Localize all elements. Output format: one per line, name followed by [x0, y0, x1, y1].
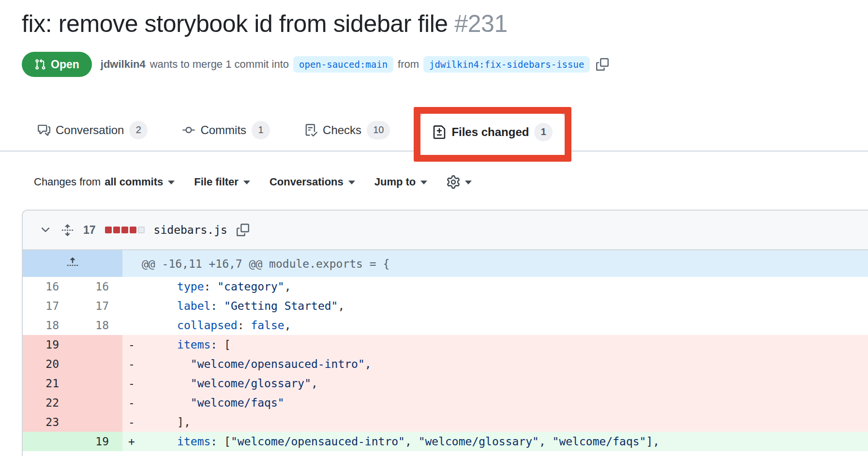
- diff-panel: 17 sidebars.js @@ -16,11 +16,7 @@ module…: [22, 210, 868, 456]
- head-branch-chip[interactable]: jdwilkin4:fix-sidebars-issue: [423, 56, 590, 73]
- conversations-dropdown[interactable]: Conversations: [269, 176, 355, 188]
- diff-marker: -: [122, 396, 137, 409]
- file-name[interactable]: sidebars.js: [154, 224, 227, 236]
- collapse-file-button[interactable]: [39, 224, 52, 236]
- old-line-number[interactable]: 19: [23, 335, 73, 354]
- diffstat-block-del: [113, 227, 120, 233]
- expand-all-button[interactable]: [61, 224, 74, 237]
- new-line-number[interactable]: 19: [73, 432, 122, 451]
- diff-toolbar: Changes from all commits File filter Con…: [34, 169, 472, 195]
- code-token: "Getting Started": [224, 300, 338, 312]
- code-token: ,: [338, 300, 344, 312]
- code-token: [137, 358, 191, 370]
- old-line-number[interactable]: 16: [23, 277, 73, 296]
- checklist-icon: [305, 124, 317, 137]
- old-line-number[interactable]: 17: [23, 296, 73, 316]
- caret-down-icon: [465, 181, 472, 184]
- code-line: - "welcome/opensauced-intro",: [122, 354, 868, 374]
- new-line-number[interactable]: 17: [73, 296, 122, 316]
- code-token: ,: [539, 435, 553, 448]
- pr-state-badge: Open: [22, 52, 92, 77]
- expand-hunk-cell[interactable]: [23, 250, 122, 277]
- tab-files-changed[interactable]: Files changed 1: [419, 113, 566, 154]
- diffstat-block-neutral: [138, 227, 145, 233]
- copy-icon: [237, 224, 249, 236]
- tab-conversation[interactable]: Conversation 2: [32, 121, 153, 139]
- code-line: - "welcome/faqs": [122, 393, 868, 412]
- old-line-number[interactable]: 22: [23, 393, 73, 412]
- new-line-number[interactable]: [73, 354, 122, 374]
- code-token: "welcome/glossary": [419, 435, 539, 448]
- old-line-number[interactable]: 23: [23, 412, 73, 432]
- code-token: "welcome/opensauced-intro": [231, 435, 405, 448]
- code-token: items: [177, 338, 210, 351]
- file-filter-label: File filter: [194, 176, 239, 188]
- code-token: ,: [311, 377, 318, 390]
- byline-from-text: from: [398, 58, 419, 71]
- author-link[interactable]: jdwilkin4: [101, 58, 146, 71]
- unfold-icon: [61, 224, 74, 237]
- code-line: type: "category",: [122, 277, 868, 296]
- diff-settings-dropdown[interactable]: [447, 175, 472, 189]
- diff-marker: -: [122, 416, 137, 428]
- code-token: items: [177, 435, 210, 448]
- jump-to-dropdown[interactable]: Jump to: [374, 176, 428, 188]
- copy-branch-button[interactable]: [596, 58, 609, 71]
- file-changes-count: 17: [83, 224, 96, 237]
- caret-down-icon: [348, 181, 355, 184]
- pr-title: fix: remove storybook id from sidebar fi…: [22, 10, 508, 38]
- new-line-number[interactable]: [73, 374, 122, 393]
- diff-marker: -: [122, 358, 137, 370]
- old-line-number[interactable]: [23, 432, 73, 451]
- old-line-number[interactable]: 20: [23, 354, 73, 374]
- code-token: type: [177, 280, 204, 293]
- tab-commits[interactable]: Commits 1: [177, 121, 276, 139]
- fold-up-icon: [66, 256, 79, 269]
- copy-icon: [596, 58, 609, 71]
- code-token: "welcome/faqs": [553, 435, 646, 448]
- code-token: ,: [365, 358, 372, 370]
- code-token: "welcome/opensauced-intro": [191, 358, 365, 370]
- pr-title-text: fix: remove storybook id from sidebar fi…: [22, 10, 448, 37]
- code-token: [137, 435, 177, 448]
- comment-discussion-icon: [38, 124, 50, 137]
- diffstat-block-del: [105, 227, 112, 233]
- tab-count-badge: 2: [129, 121, 148, 139]
- diff-line-del: 21- "welcome/glossary",: [23, 374, 868, 393]
- new-line-number[interactable]: [73, 335, 122, 354]
- new-line-number[interactable]: [73, 393, 122, 412]
- caret-down-icon: [420, 181, 427, 184]
- diff-marker: +: [122, 435, 137, 448]
- jump-to-label: Jump to: [374, 176, 416, 188]
- new-line-number[interactable]: 18: [73, 316, 122, 335]
- code-token: "welcome/glossary": [191, 377, 311, 390]
- old-line-number[interactable]: 21: [23, 374, 73, 393]
- tab-checks[interactable]: Checks 10: [299, 121, 396, 139]
- hunk-header-text: @@ -16,11 +16,7 @@ module.exports = {: [122, 250, 868, 277]
- diff-hunk-row: @@ -16,11 +16,7 @@ module.exports = {: [23, 250, 868, 277]
- file-filter-dropdown[interactable]: File filter: [194, 176, 250, 188]
- tab-label: Checks: [323, 123, 361, 137]
- tab-label: Files changed: [451, 125, 529, 139]
- code-line: - items: [: [122, 335, 868, 354]
- changes-from-dropdown[interactable]: Changes from all commits: [34, 176, 175, 188]
- pr-tab-nav: Conversation 2 Commits 1 Checks 10 Files…: [0, 109, 868, 152]
- new-line-number[interactable]: [73, 412, 122, 432]
- changes-from-value: all commits: [105, 176, 163, 188]
- code-token: ,: [405, 435, 419, 448]
- pr-byline: jdwilkin4 wants to merge 1 commit into o…: [101, 56, 609, 73]
- diff-line-del: 23- ],: [23, 412, 868, 432]
- diff-marker: -: [122, 377, 137, 390]
- code-token: "category": [217, 280, 284, 293]
- diff-line-context: 1717 label: "Getting Started",: [23, 296, 868, 316]
- new-line-number[interactable]: 16: [73, 277, 122, 296]
- old-line-number[interactable]: 18: [23, 316, 73, 335]
- code-token: [137, 280, 177, 293]
- code-line: label: "Getting Started",: [122, 296, 868, 316]
- diffstat-block-del: [121, 227, 128, 233]
- copy-file-path-button[interactable]: [237, 224, 249, 236]
- diff-table: @@ -16,11 +16,7 @@ module.exports = { 16…: [23, 250, 868, 451]
- base-branch-chip[interactable]: open-sauced:main: [293, 56, 393, 73]
- tab-count-badge: 1: [534, 123, 553, 141]
- diff-line-context: 1616 type: "category",: [23, 277, 868, 296]
